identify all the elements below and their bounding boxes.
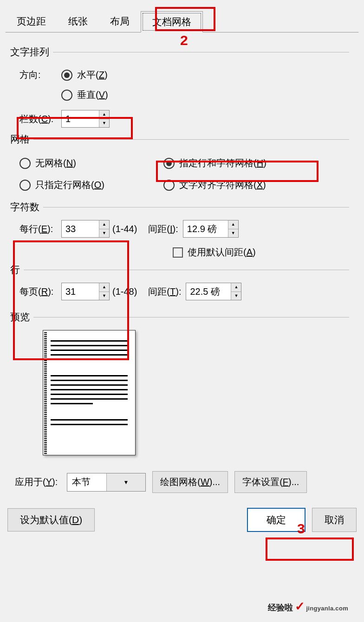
tab-margins[interactable]: 页边距 xyxy=(6,11,57,32)
apply-to-select[interactable]: 本节 ▼ xyxy=(67,473,146,492)
tab-panel: 文字排列 方向: 水平(Z) 垂直(V) 栏数(C): ▲ ▼ xyxy=(6,32,358,493)
chars-per-line-input[interactable] xyxy=(62,220,99,237)
direction-label: 方向: xyxy=(20,69,61,81)
radio-circle-icon xyxy=(163,180,175,191)
radio-vertical[interactable]: 垂直(V) xyxy=(61,89,108,101)
columns-spinner[interactable]: ▲ ▼ xyxy=(61,110,110,128)
spin-down-icon[interactable]: ▼ xyxy=(231,292,241,300)
radio-line-grid-only[interactable]: 只指定行网格(O) xyxy=(20,179,163,191)
font-settings-button[interactable]: 字体设置(F)... xyxy=(234,471,307,493)
section-chars: 字符数 xyxy=(10,201,349,214)
page-setup-dialog: 页边距 纸张 布局 文档网格 文字排列 方向: 水平(Z) 垂直(V) 栏数(C… xyxy=(0,0,364,622)
chevron-down-icon[interactable]: ▼ xyxy=(106,473,146,491)
radio-no-grid[interactable]: 无网格(N) xyxy=(20,157,163,169)
apply-to-value: 本节 xyxy=(67,476,106,488)
tab-paper[interactable]: 纸张 xyxy=(57,11,99,32)
set-default-button[interactable]: 设为默认值(D) xyxy=(7,508,95,531)
annotation-box xyxy=(266,538,354,561)
spin-down-icon[interactable]: ▼ xyxy=(228,229,238,238)
tab-document-grid[interactable]: 文档网格 xyxy=(141,11,203,32)
columns-label: 栏数(C): xyxy=(20,113,61,125)
char-pitch-spinner[interactable]: ▲ ▼ xyxy=(183,220,239,238)
radio-dot-icon xyxy=(163,158,175,169)
apply-to-label: 应用于(Y): xyxy=(15,476,58,488)
lines-per-page-label: 每页(R): xyxy=(20,285,61,298)
line-pitch-spinner[interactable]: ▲ ▼ xyxy=(186,283,241,300)
lines-per-page-spinner[interactable]: ▲ ▼ xyxy=(61,283,110,300)
lines-per-page-input[interactable] xyxy=(62,283,99,300)
preview-area xyxy=(43,330,349,455)
cancel-button[interactable]: 取消 xyxy=(312,508,357,532)
watermark: 经验啦✓ jingyanla.com xyxy=(268,599,348,614)
spin-up-icon[interactable]: ▲ xyxy=(99,110,109,119)
chars-per-line-spinner[interactable]: ▲ ▼ xyxy=(61,220,110,238)
spin-up-icon[interactable]: ▲ xyxy=(99,283,109,292)
radio-circle-icon xyxy=(61,90,72,101)
ok-button[interactable]: 确定 xyxy=(247,508,306,532)
tab-layout[interactable]: 布局 xyxy=(99,11,141,32)
radio-circle-icon xyxy=(20,180,31,191)
preview-page-icon xyxy=(43,330,136,455)
char-pitch-input[interactable] xyxy=(183,220,228,237)
spin-up-icon[interactable]: ▲ xyxy=(231,283,241,292)
chars-per-line-label: 每行(E): xyxy=(20,223,61,235)
section-text-arrange: 文字排列 xyxy=(10,45,349,58)
section-preview: 预览 xyxy=(10,311,349,324)
spin-up-icon[interactable]: ▲ xyxy=(228,220,238,229)
spin-down-icon[interactable]: ▼ xyxy=(99,229,109,238)
line-pitch-input[interactable] xyxy=(186,283,231,300)
char-pitch-label: 间距(I): xyxy=(148,223,178,235)
chars-range: (1-44) xyxy=(112,224,137,234)
spin-down-icon[interactable]: ▼ xyxy=(99,292,109,300)
radio-dot-icon xyxy=(61,70,72,81)
radio-snap-char-grid[interactable]: 文字对齐字符网格(X) xyxy=(163,179,307,191)
columns-input[interactable] xyxy=(62,110,99,127)
radio-horizontal[interactable]: 水平(Z) xyxy=(61,69,108,81)
radio-circle-icon xyxy=(20,158,31,169)
spin-down-icon[interactable]: ▼ xyxy=(99,119,109,128)
radio-line-and-char-grid[interactable]: 指定行和字符网格(H) xyxy=(163,157,307,169)
use-default-pitch-checkbox[interactable]: 使用默认间距(A) xyxy=(173,246,349,259)
lines-range: (1-48) xyxy=(112,286,137,297)
spin-up-icon[interactable]: ▲ xyxy=(99,220,109,229)
line-pitch-label: 间距(T): xyxy=(148,285,181,298)
section-lines: 行 xyxy=(10,263,349,276)
tab-bar: 页边距 纸张 布局 文档网格 xyxy=(6,11,358,32)
drawing-grid-button[interactable]: 绘图网格(W)... xyxy=(152,471,228,493)
section-grid: 网格 xyxy=(10,133,349,146)
checkbox-icon xyxy=(173,247,183,258)
